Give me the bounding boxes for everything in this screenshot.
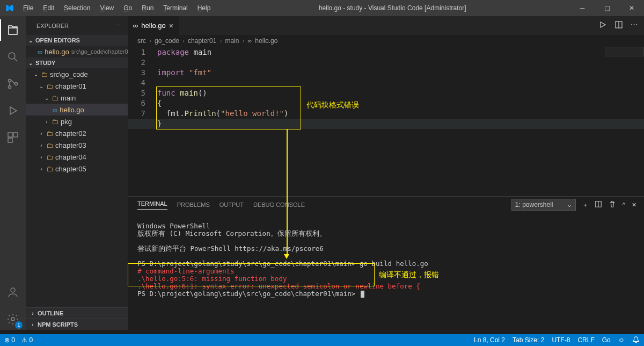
more-actions-icon[interactable]: ⋯ xyxy=(631,20,638,31)
maximize-panel-icon[interactable]: ^ xyxy=(623,201,625,208)
run-code-icon[interactable] xyxy=(598,20,607,31)
outline-label: OUTLINE xyxy=(38,310,63,316)
explorer-sidebar: EXPLORER ⋯ ⌄OPEN EDITORS ∞ hello.go src\… xyxy=(26,16,128,330)
npm-scripts-section[interactable]: ›NPM SCRIPTS xyxy=(26,319,128,330)
split-editor-icon[interactable] xyxy=(614,20,623,31)
close-panel-icon[interactable]: ✕ xyxy=(632,201,636,208)
status-bar: ⊗ 0 ⚠ 0 Ln 8, Col 2 Tab Size: 2 UTF-8 CR… xyxy=(0,334,644,346)
tree-pkg[interactable]: ›🗀pkg xyxy=(26,116,128,127)
panel-tab-problems[interactable]: PROBLEMS xyxy=(177,201,210,208)
status-encoding[interactable]: UTF-8 xyxy=(552,336,570,344)
status-tabsize[interactable]: Tab Size: 2 xyxy=(513,336,544,344)
term-line: 版权所有 (C) Microsoft Corporation。保留所有权利。 xyxy=(137,229,326,237)
annotation-code-label: 代码块格式错误 xyxy=(306,100,359,110)
tree-ch01-label: chapter01 xyxy=(55,82,86,90)
crumb-main[interactable]: main xyxy=(225,37,239,45)
tree-ch02-label: chapter02 xyxy=(55,129,86,138)
tree-main[interactable]: ⌄🗀main xyxy=(26,92,128,104)
trash-terminal-icon[interactable] xyxy=(609,200,616,209)
explorer-more-icon[interactable]: ⋯ xyxy=(114,22,120,29)
status-feedback-icon[interactable]: ☺ xyxy=(618,336,625,344)
status-errors[interactable]: ⊗ 0 xyxy=(4,336,15,344)
menu-file[interactable]: File xyxy=(19,2,38,14)
menu-bar: File Edit Selection View Go Run Terminal… xyxy=(19,2,215,14)
tree-main-label: main xyxy=(61,94,76,102)
code-editor[interactable]: 12345678 package main import "fmt" func … xyxy=(128,47,644,196)
svg-point-4 xyxy=(15,83,18,85)
menu-view[interactable]: View xyxy=(96,2,118,14)
open-editors-label: OPEN EDITORS xyxy=(35,37,80,44)
maximize-button[interactable]: ▢ xyxy=(595,0,619,16)
annotation-terminal-label: 编译不通过，报错 xyxy=(379,271,439,278)
crumb-file[interactable]: hello.go xyxy=(255,37,277,45)
tab-label: hello.go xyxy=(141,21,166,30)
activity-bar: 1 xyxy=(0,16,26,330)
open-editor-filename: hello.go xyxy=(45,48,69,56)
status-lang[interactable]: Go xyxy=(602,336,611,344)
terminal-selector-label: 1: powershell xyxy=(515,201,553,208)
close-tab-icon[interactable]: × xyxy=(169,21,173,30)
crumb-ch01[interactable]: chapter01 xyxy=(188,37,216,45)
file-tree: ⌄🗀src\go_code ⌄🗀chapter01 ⌄🗀main ∞hello.… xyxy=(26,68,128,175)
search-icon[interactable] xyxy=(0,46,26,68)
tree-chapter03[interactable]: ›🗀chapter03 xyxy=(26,139,128,151)
terminal-output[interactable]: Windows PowerShell 版权所有 (C) Microsoft Co… xyxy=(128,213,644,330)
menu-terminal[interactable]: Terminal xyxy=(159,2,192,14)
explorer-icon[interactable] xyxy=(0,19,26,41)
status-eol[interactable]: CRLF xyxy=(577,336,594,344)
svg-rect-6 xyxy=(13,133,18,137)
account-icon[interactable] xyxy=(0,282,26,303)
tree-chapter05[interactable]: ›🗀chapter05 xyxy=(26,163,128,175)
crumb-gocode[interactable]: go_code xyxy=(155,37,179,45)
title-bar: File Edit Selection View Go Run Terminal… xyxy=(0,0,644,16)
terminal-cursor xyxy=(361,291,364,298)
tab-hello-go[interactable]: ∞ hello.go × xyxy=(128,16,179,35)
panel-tab-debug[interactable]: DEBUG CONSOLE xyxy=(253,201,305,208)
panel-tab-terminal[interactable]: TERMINAL xyxy=(137,200,167,210)
menu-help[interactable]: Help xyxy=(193,2,215,14)
run-debug-icon[interactable] xyxy=(0,100,26,121)
chevron-down-icon: ⌄ xyxy=(567,201,572,208)
tree-ch03-label: chapter03 xyxy=(55,141,86,149)
open-editors-section[interactable]: ⌄OPEN EDITORS xyxy=(26,35,128,46)
breadcrumb[interactable]: src› go_code› chapter01› main› ∞ hello.g… xyxy=(128,35,644,47)
close-window-button[interactable]: ✕ xyxy=(619,0,644,16)
panel-tabs: TERMINAL PROBLEMS OUTPUT DEBUG CONSOLE 1… xyxy=(128,197,644,213)
extensions-icon[interactable] xyxy=(0,127,26,148)
tree-chapter04[interactable]: ›🗀chapter04 xyxy=(26,151,128,163)
menu-run[interactable]: Run xyxy=(137,2,158,14)
bottom-panel: TERMINAL PROBLEMS OUTPUT DEBUG CONSOLE 1… xyxy=(128,196,644,330)
svg-line-1 xyxy=(14,59,17,61)
panel-tab-output[interactable]: OUTPUT xyxy=(219,201,244,208)
tree-ch05-label: chapter05 xyxy=(55,165,86,173)
split-terminal-icon[interactable] xyxy=(595,200,602,209)
status-warnings[interactable]: ⚠ 0 xyxy=(21,336,33,344)
menu-selection[interactable]: Selection xyxy=(60,2,94,14)
study-section[interactable]: ⌄STUDY xyxy=(26,57,128,68)
svg-point-2 xyxy=(9,80,11,82)
svg-rect-7 xyxy=(8,138,12,142)
tree-pkg-label: pkg xyxy=(61,118,72,126)
term-prompt: PS D:\project\golang\study\src\go_code\c… xyxy=(137,290,360,298)
crumb-src[interactable]: src xyxy=(137,37,146,45)
open-editor-file[interactable]: ∞ hello.go src\go_code\chapter01\m... xyxy=(26,46,128,57)
tree-chapter02[interactable]: ›🗀chapter02 xyxy=(26,127,128,139)
minimap[interactable] xyxy=(605,47,644,56)
tree-root[interactable]: ⌄🗀src\go_code xyxy=(26,68,128,80)
menu-go[interactable]: Go xyxy=(119,2,136,14)
outline-section[interactable]: ›OUTLINE xyxy=(26,307,128,319)
go-file-icon: ∞ xyxy=(247,38,252,44)
menu-edit[interactable]: Edit xyxy=(39,2,58,14)
source-control-icon[interactable] xyxy=(0,73,26,95)
svg-rect-5 xyxy=(8,133,12,137)
tree-file-label: hello.go xyxy=(60,106,84,114)
status-lncol[interactable]: Ln 8, Col 2 xyxy=(474,336,505,344)
tree-chapter01[interactable]: ⌄🗀chapter01 xyxy=(26,80,128,92)
tree-file-hello[interactable]: ∞hello.go xyxy=(26,104,128,116)
settings-gear-icon[interactable]: 1 xyxy=(0,308,26,330)
new-terminal-icon[interactable]: ＋ xyxy=(582,201,588,209)
minimize-button[interactable]: ─ xyxy=(570,0,595,16)
terminal-selector[interactable]: 1: powershell ⌄ xyxy=(511,199,576,211)
status-bell-icon[interactable] xyxy=(632,336,640,345)
svg-point-9 xyxy=(11,318,14,321)
